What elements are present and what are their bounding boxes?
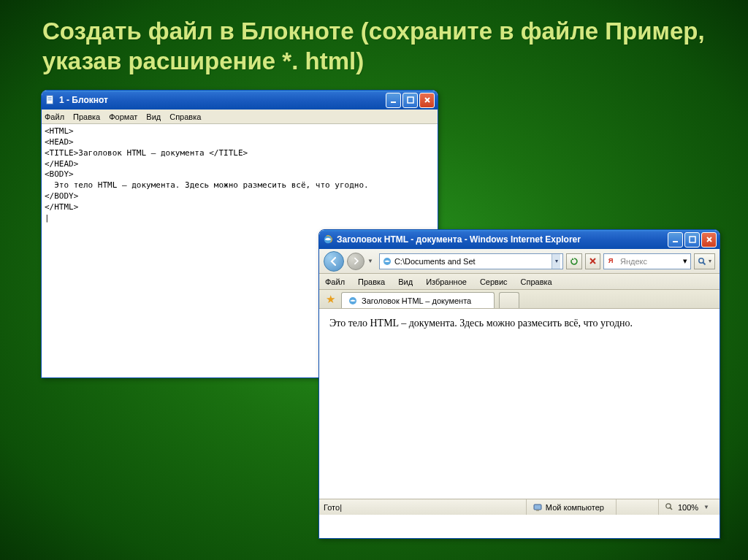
ie-navbar: ▼ C:\Documents and Set ▾ Я Яндекс ▾ ▾ xyxy=(319,249,720,274)
tab-label: Заголовок HTML – документа xyxy=(362,296,471,305)
search-box[interactable]: Я Яндекс ▾ xyxy=(603,253,691,269)
ie-menu-edit[interactable]: Правка xyxy=(358,277,385,286)
svg-rect-5 xyxy=(408,97,413,103)
back-button[interactable] xyxy=(324,251,344,272)
search-go-button[interactable]: ▾ xyxy=(694,253,715,269)
menu-edit[interactable]: Правка xyxy=(73,112,100,121)
ie-title: Заголовок HTML - документа - Windows Int… xyxy=(337,234,668,245)
status-text: Гото| xyxy=(324,503,342,512)
page-body-text: Это тело HTML – документа. Здесь можно р… xyxy=(329,318,633,329)
notepad-icon xyxy=(45,94,56,106)
menu-format[interactable]: Формат xyxy=(109,112,137,121)
search-dropdown-icon[interactable]: ▾ xyxy=(683,256,687,266)
address-dropdown-icon[interactable]: ▾ xyxy=(552,254,560,269)
slide-title: Создать файл в Блокноте (сохраните в фай… xyxy=(42,16,707,77)
menu-file[interactable]: Файл xyxy=(45,112,64,121)
nav-history-dropdown-icon[interactable]: ▼ xyxy=(367,258,373,264)
ie-menu-tools[interactable]: Сервис xyxy=(480,277,508,286)
ie-icon xyxy=(322,234,334,245)
menu-help[interactable]: Справка xyxy=(169,112,201,121)
svg-point-18 xyxy=(699,258,703,262)
tab-page-icon xyxy=(348,296,358,306)
menu-view[interactable]: Вид xyxy=(146,112,161,121)
ie-menu-help[interactable]: Справка xyxy=(521,277,552,286)
yandex-icon: Я xyxy=(607,256,617,266)
address-bar[interactable]: C:\Documents and Set ▾ xyxy=(379,253,563,269)
search-placeholder: Яндекс xyxy=(620,257,680,266)
zoom-icon xyxy=(665,502,675,513)
svg-text:Я: Я xyxy=(608,256,614,264)
svg-rect-11 xyxy=(690,237,695,242)
zoom-text: 100% xyxy=(678,503,698,512)
tab-active[interactable]: Заголовок HTML – документа xyxy=(341,292,495,308)
close-button[interactable] xyxy=(419,93,435,108)
page-icon xyxy=(382,256,392,266)
status-zoom[interactable]: 100% ▼ xyxy=(658,499,715,515)
stop-button[interactable] xyxy=(585,253,600,269)
computer-icon xyxy=(533,502,543,513)
svg-line-24 xyxy=(670,507,672,510)
address-text: C:\Documents and Set xyxy=(394,257,549,266)
ie-titlebar[interactable]: Заголовок HTML - документа - Windows Int… xyxy=(319,230,720,249)
tab-new[interactable] xyxy=(499,292,519,308)
ie-page-content: Это тело HTML – документа. Здесь можно р… xyxy=(319,309,720,499)
ie-menubar: Файл Правка Вид Избранное Сервис Справка xyxy=(319,274,720,290)
notepad-title: 1 - Блокнот xyxy=(59,95,386,105)
ie-menu-view[interactable]: Вид xyxy=(398,277,413,286)
maximize-button[interactable] xyxy=(402,93,418,108)
status-protected xyxy=(616,499,652,515)
ie-menu-favorites[interactable]: Избранное xyxy=(426,277,467,286)
zoom-dropdown-icon[interactable]: ▼ xyxy=(703,504,709,510)
svg-point-23 xyxy=(666,503,671,507)
ie-minimize-button[interactable] xyxy=(668,232,683,248)
svg-rect-22 xyxy=(536,510,539,511)
ie-menu-file[interactable]: Файл xyxy=(325,277,345,286)
minimize-button[interactable] xyxy=(386,93,401,108)
ie-tabbar: ★ Заголовок HTML – документа xyxy=(319,290,720,309)
refresh-button[interactable] xyxy=(566,253,582,269)
status-zone: Мой компьютер xyxy=(526,499,610,515)
notepad-menubar: Файл Правка Формат Вид Справка xyxy=(42,110,438,124)
ie-statusbar: Гото| Мой компьютер 100% ▼ xyxy=(319,499,720,515)
status-zone-text: Мой компьютер xyxy=(546,503,604,512)
forward-button[interactable] xyxy=(347,253,365,270)
ie-close-button[interactable] xyxy=(701,232,717,248)
ie-maximize-button[interactable] xyxy=(684,232,700,248)
notepad-titlebar[interactable]: 1 - Блокнот xyxy=(42,91,438,110)
svg-rect-21 xyxy=(534,505,541,510)
favorites-star-icon[interactable]: ★ xyxy=(324,293,337,306)
ie-window: Заголовок HTML - документа - Windows Int… xyxy=(318,229,720,539)
svg-line-19 xyxy=(703,262,706,264)
